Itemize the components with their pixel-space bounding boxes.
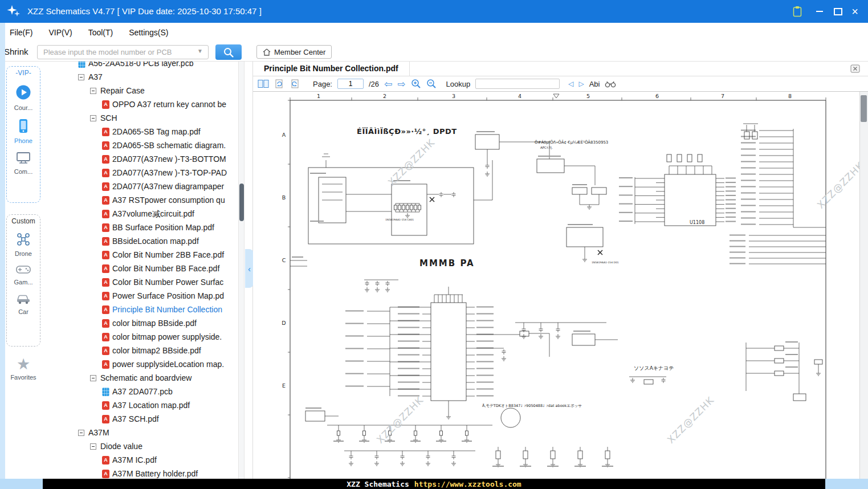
schematic-part-note: 1N5819AA1-154 D01 [592, 261, 619, 264]
menu-filef[interactable]: File(F) [10, 28, 32, 37]
tree-collapse-icon[interactable] [90, 443, 96, 450]
tree-item[interactable]: Repair Case [43, 84, 238, 98]
tree-item[interactable]: A37 2DA077.pcb [43, 385, 238, 399]
tree-scrollbar-thumb[interactable] [239, 184, 244, 221]
tree-item[interactable]: AColor Bit Number BB Face.pdf [43, 262, 238, 276]
schematic-title: ÉÏÏÂÌìÏßÇÐ»»·½°¸ DPDT [357, 127, 457, 136]
next-page-button[interactable]: ⇨ [397, 79, 405, 89]
panel-collapse-handle[interactable]: ‹ [245, 249, 254, 288]
window-title: XZZ Schematics V4.77 [ VIP Due date: 202… [27, 6, 262, 16]
tree-item[interactable]: A37M [43, 426, 238, 440]
tree-item[interactable]: AA37M IC.pdf [43, 454, 238, 467]
sidebar-item-label: Cour... [14, 104, 32, 111]
find-previous-button[interactable]: ◁ [568, 80, 573, 88]
pdf-file-icon: A [102, 305, 109, 314]
sidebar-item-computer[interactable]: Com... [14, 152, 32, 175]
vip-group: -VIP- Cour... Phone Com... [6, 66, 40, 203]
tree-scrollbar-track[interactable] [238, 62, 244, 479]
tree-item[interactable]: A2DA077(A37new )-T3-BOTTOM [43, 153, 238, 166]
shrink-button[interactable]: Shrink [4, 47, 28, 56]
status-url[interactable]: https://www.xzztools.com [414, 480, 521, 488]
tree-item-label: A37 RSTpower consumption qu [112, 195, 225, 205]
tree-item[interactable]: Acolor bitmap BBside.pdf [43, 317, 238, 331]
tree-item-label: power supplysideLocation map. [112, 360, 224, 369]
tree-item[interactable]: AA37 Location map.pdf [43, 399, 238, 413]
find-next-button[interactable]: ▷ [578, 80, 584, 88]
status-bar-left-accent [0, 479, 43, 489]
tree-item[interactable]: AA37 RSTpower consumption qu [43, 194, 238, 207]
member-center-button[interactable]: Member Center [256, 45, 332, 59]
tree-collapse-icon[interactable] [78, 74, 84, 80]
pcb-file-icon [78, 62, 85, 68]
tree-item[interactable]: AColor Bit Number 2BB Face.pdf [43, 248, 238, 262]
tree-item[interactable]: A2DA077(A37new diagrampaper [43, 180, 238, 194]
license-clipboard-icon[interactable] [792, 6, 802, 19]
sidebar-item-label: Car [18, 308, 28, 315]
tree-item[interactable]: A56-2AA518-0 PCB layer.pcb [43, 62, 238, 71]
menu-vipv[interactable]: VIP(V) [48, 28, 72, 37]
tab-principle-bit-number[interactable]: Principle Bit Number Collection.pdf [253, 62, 410, 76]
minimize-button[interactable] [813, 5, 826, 18]
page-number-input[interactable] [337, 79, 364, 89]
tree-item-label: A37M Battery holder.pdf [112, 469, 198, 478]
zoom-in-button[interactable] [411, 79, 421, 89]
tree-item[interactable]: ABB Surface Position Map.pdf [43, 221, 238, 235]
tree-item[interactable]: AA37volume减circuit.pdf [43, 207, 238, 221]
tree-item[interactable]: Apower supplysideLocation map. [43, 358, 238, 372]
two-page-view-button[interactable] [258, 79, 269, 88]
viewer-scrollbar-track[interactable] [859, 92, 868, 479]
tree-item[interactable]: ABBsideLocation map.pdf [43, 235, 238, 248]
viewer-scrollbar-thumb[interactable] [861, 95, 867, 122]
rotate-right-button[interactable] [290, 79, 300, 89]
close-button[interactable]: × [848, 5, 862, 18]
close-tab-icon[interactable] [850, 64, 860, 73]
menu-toolt[interactable]: Tool(T) [88, 28, 113, 37]
pdf-file-icon: A [102, 128, 109, 136]
tree-item[interactable]: SCH [43, 112, 238, 125]
sidebar-item-game[interactable]: Gam... [14, 264, 32, 286]
tree-item[interactable]: APower Surface Position Map.pd [43, 290, 238, 303]
maximize-button[interactable] [831, 5, 845, 18]
sidebar-item-course[interactable]: Cour... [14, 84, 32, 111]
tree-item[interactable]: AOPPO A37 return key cannot be [43, 98, 238, 112]
tree-item[interactable]: A2DA065-SB Tag map.pdf [43, 125, 238, 139]
tree-item-label: Schematic and boardview [100, 373, 191, 382]
tree-item[interactable]: AColor Bit Number Power Surfac [43, 276, 238, 290]
tree-item[interactable]: APrinciple Bit Number Collection [43, 303, 238, 317]
sidebar-item-drone[interactable]: Drone [15, 233, 32, 257]
match-case-button[interactable]: Abi [589, 80, 600, 88]
pdf-file-icon: A [102, 278, 109, 287]
pdf-page-canvas[interactable]: 12345678ABCDEXZZ@ZZHKXZZ@ZZHKXZZ@ZZHKXZZ… [253, 92, 859, 479]
tree-item[interactable]: A2DA065-SB schematic diagram. [43, 139, 238, 153]
tree-collapse-icon[interactable] [90, 375, 96, 381]
search-button[interactable] [215, 44, 242, 60]
tree-item-label: A56-2AA518-0 PCB layer.pcb [88, 62, 193, 68]
sidebar-item-favorites[interactable]: ★ Favorites [6, 357, 40, 381]
tree-collapse-icon[interactable] [90, 88, 96, 94]
ruler-row-label: E [282, 382, 286, 389]
zoom-out-button[interactable] [426, 79, 437, 89]
tree-item[interactable]: AA37M Battery holder.pdf [43, 467, 238, 479]
tree-item-label: color bitmap2 BBside.pdf [112, 346, 201, 355]
menu-settingss[interactable]: Settings(S) [129, 28, 168, 37]
tree-item[interactable]: Acolor bitmap power supplyside. [43, 331, 238, 344]
tree-item[interactable]: Schematic and boardview [43, 372, 238, 385]
binoculars-search-icon[interactable] [605, 80, 616, 88]
tree-item[interactable]: Diode value [43, 440, 238, 454]
model-search-input[interactable] [37, 45, 209, 59]
tree-collapse-icon[interactable] [90, 115, 96, 121]
sidebar-item-phone[interactable]: Phone [14, 119, 32, 144]
rotate-left-button[interactable] [274, 79, 284, 89]
schematic-pa-label: MMMB PA [419, 258, 475, 268]
previous-page-button[interactable]: ⇦ [384, 79, 392, 89]
sidebar-item-car[interactable]: Car [16, 293, 31, 315]
custom-group: Custom Drone Gam... Car [6, 214, 40, 347]
lookup-input[interactable] [475, 79, 560, 89]
tree-item[interactable]: A2DA077(A37new )-T3-TOP-PAD [43, 166, 238, 180]
tree-item[interactable]: AA37 SCH.pdf [43, 413, 238, 426]
tree-item[interactable]: A37 [43, 71, 238, 84]
tree-item-label: Principle Bit Number Collection [112, 305, 222, 314]
sidebar-item-label: Com... [14, 168, 32, 175]
tree-collapse-icon[interactable] [78, 430, 84, 436]
tree-item[interactable]: Acolor bitmap2 BBside.pdf [43, 344, 238, 358]
